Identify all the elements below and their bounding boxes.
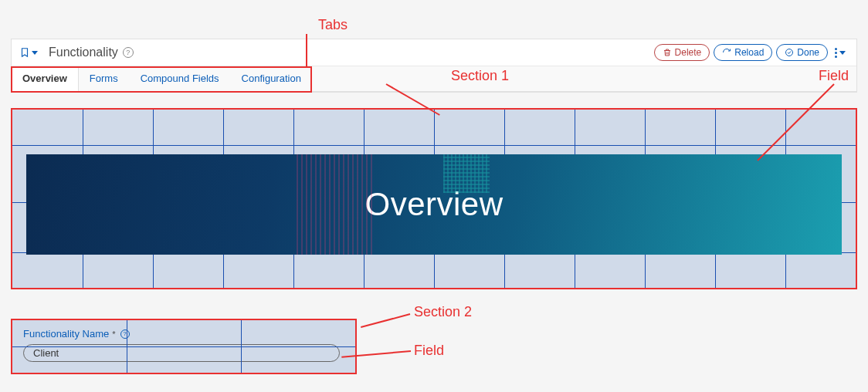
check-icon [785,48,794,57]
reload-icon [722,48,731,57]
tab-compound-fields[interactable]: Compound Fields [130,66,231,91]
tabs: Overview Forms Compound Fields Configura… [12,66,856,92]
section-2: Functionality Name * ? [11,319,357,374]
tab-label: Compound Fields [141,73,219,84]
banner-decoration [297,154,374,255]
annotation-field-2: Field [414,343,444,359]
bookmark-icon [19,46,30,59]
page-header: Functionality ? Delete Reload Done [12,39,856,66]
app-window: Functionality ? Delete Reload Done [11,39,857,93]
svg-point-0 [786,49,793,56]
layout-grid-1: Overview [11,108,857,289]
page-title: Functionality ? [49,46,134,59]
reload-label: Reload [734,47,764,58]
header-right: Delete Reload Done [654,44,849,61]
header-left: Functionality ? [19,46,134,59]
chevron-down-icon [32,51,38,55]
overview-banner: Overview [26,154,842,255]
reload-button[interactable]: Reload [714,44,772,61]
done-label: Done [797,47,819,58]
tab-label: Forms [90,73,118,84]
tab-configuration[interactable]: Configuration [231,66,313,91]
banner-decoration [443,154,490,193]
more-menu[interactable] [832,48,849,58]
done-button[interactable]: Done [776,44,828,61]
annotation-section-2: Section 2 [414,304,472,320]
annotation-line [361,313,410,328]
annotation-tabs: Tabs [318,17,348,33]
bookmark-dropdown[interactable] [19,46,38,59]
chevron-down-icon [839,51,846,55]
tab-overview[interactable]: Overview [12,66,79,92]
delete-button[interactable]: Delete [654,44,710,61]
tab-forms[interactable]: Forms [79,66,130,91]
layout-grid-2 [12,320,355,373]
page-title-text: Functionality [49,46,118,59]
delete-label: Delete [675,47,702,58]
trash-icon [663,48,672,57]
tab-label: Configuration [242,73,301,84]
kebab-icon [835,48,837,58]
help-icon[interactable]: ? [123,47,134,58]
section-1: Overview [11,108,857,289]
tab-label: Overview [22,73,67,84]
